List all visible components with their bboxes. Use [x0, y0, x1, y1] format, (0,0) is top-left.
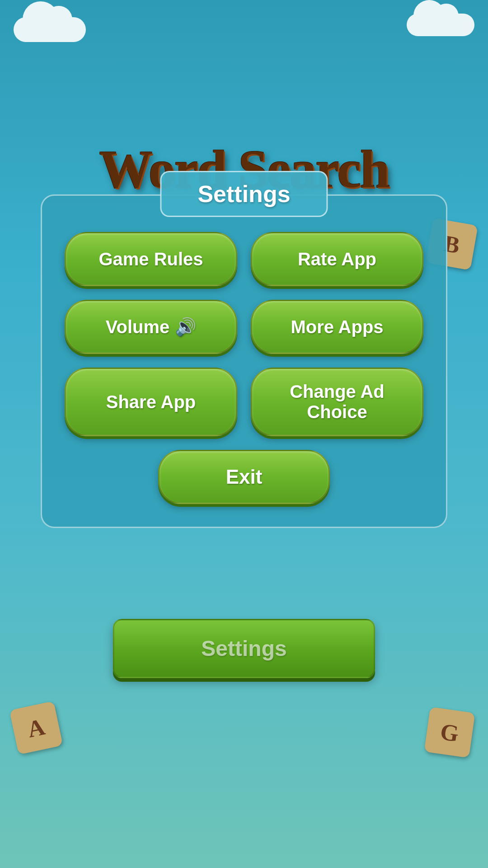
rate-app-button[interactable]: Rate App — [251, 232, 423, 286]
bottom-settings-button[interactable]: Settings — [113, 619, 375, 678]
speaker-icon: 🔊 — [175, 317, 196, 337]
cloud-left — [14, 17, 86, 42]
settings-header-tab: Settings — [160, 171, 328, 217]
tile-a: A — [9, 701, 63, 755]
settings-dialog: Settings Game Rules Rate App Volume 🔊 Mo… — [41, 194, 447, 528]
game-rules-button[interactable]: Game Rules — [65, 232, 237, 286]
settings-header-label: Settings — [197, 181, 290, 207]
settings-button-grid: Game Rules Rate App Volume 🔊 More Apps S… — [65, 232, 423, 436]
share-app-button[interactable]: Share App — [65, 368, 237, 436]
more-apps-button[interactable]: More Apps — [251, 300, 423, 354]
tile-g: G — [424, 707, 475, 758]
cloud-right — [407, 14, 474, 36]
volume-button[interactable]: Volume 🔊 — [65, 300, 237, 354]
change-ad-choice-button[interactable]: Change Ad Choice — [251, 368, 423, 436]
exit-button[interactable]: Exit — [158, 450, 330, 504]
exit-button-wrap: Exit — [65, 450, 423, 504]
